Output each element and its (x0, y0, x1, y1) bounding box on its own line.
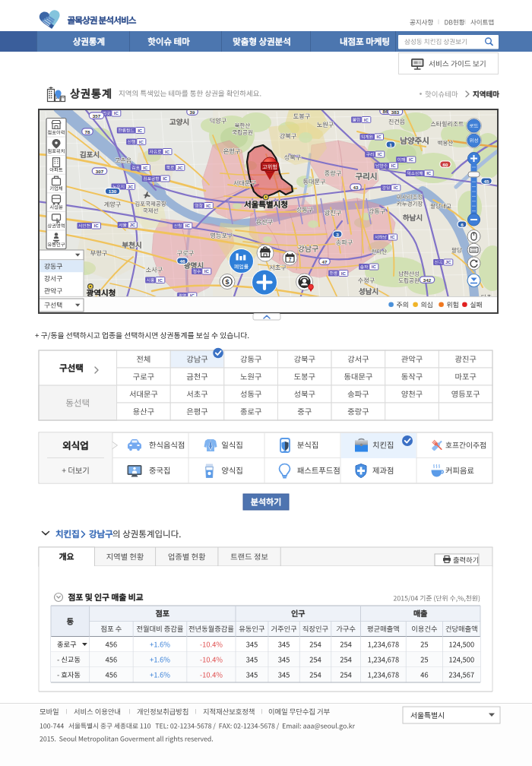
svg-text:$: $ (225, 278, 229, 286)
svg-text:46: 46 (180, 258, 185, 264)
svg-text:342: 342 (423, 277, 432, 283)
svg-text:IC: IC (341, 271, 347, 276)
svg-text:IC: IC (377, 135, 382, 139)
svg-text:45: 45 (484, 179, 489, 184)
svg-text:60: 60 (443, 162, 448, 167)
svg-text:JC: JC (130, 223, 136, 227)
svg-text:IC: IC (409, 157, 414, 162)
svg-text:IC: IC (165, 150, 170, 154)
svg-text:IC: IC (143, 166, 148, 170)
svg-text:307: 307 (96, 169, 104, 174)
svg-text:IC: IC (206, 204, 211, 208)
svg-text:130: 130 (109, 188, 117, 194)
svg-text:43: 43 (353, 185, 359, 190)
svg-text:IC: IC (138, 128, 143, 133)
svg-text:IC: IC (185, 223, 191, 228)
svg-text:JC: JC (445, 260, 451, 264)
svg-text:JC: JC (177, 166, 183, 170)
svg-text:78: 78 (85, 129, 90, 135)
svg-text:IC: IC (391, 235, 396, 239)
svg-text:IC: IC (378, 152, 383, 157)
svg-text:JC: JC (128, 185, 134, 189)
svg-text:IC: IC (94, 223, 100, 228)
svg-text:IC: IC (158, 278, 163, 283)
svg-text:IC: IC (114, 111, 119, 116)
svg-text:IC: IC (391, 163, 397, 168)
svg-text:1: 1 (389, 142, 392, 147)
svg-text:357: 357 (93, 113, 101, 119)
svg-text:IC: IC (204, 269, 210, 274)
svg-text:IC: IC (163, 176, 168, 181)
svg-text:IC: IC (426, 171, 432, 176)
svg-text:3: 3 (336, 232, 339, 237)
svg-text:IC: IC (364, 118, 369, 122)
svg-text:IC: IC (372, 264, 377, 269)
svg-text:IC: IC (139, 140, 144, 144)
svg-text:6: 6 (461, 222, 464, 227)
svg-text:7: 7 (289, 257, 292, 262)
svg-text:IC: IC (394, 185, 399, 190)
svg-text:47: 47 (322, 259, 328, 264)
